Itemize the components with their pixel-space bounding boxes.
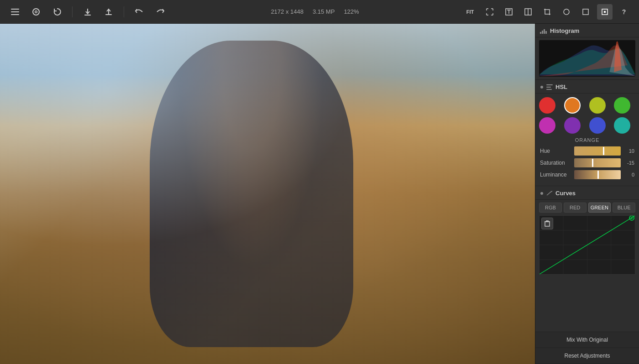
svg-point-24 bbox=[540, 192, 543, 195]
tab-green[interactable]: GREEN bbox=[588, 203, 611, 213]
swatch-orange[interactable] bbox=[564, 97, 581, 114]
swatch-blue[interactable] bbox=[589, 117, 606, 134]
divider-2 bbox=[124, 6, 124, 17]
svg-rect-22 bbox=[546, 87, 551, 88]
image-megapixels: 3.15 MP bbox=[313, 8, 335, 15]
hsl-section: ORANGE Hue 10 Saturation -15 Luminance bbox=[535, 94, 639, 186]
right-panel: Histogram bbox=[535, 24, 639, 364]
color-swatches-grid bbox=[539, 97, 635, 134]
svg-rect-12 bbox=[583, 9, 588, 15]
curves-header: Curves bbox=[535, 186, 639, 200]
image-dimensions: 2172 x 1448 bbox=[271, 8, 304, 15]
image-zoom: 122% bbox=[344, 8, 359, 15]
svg-rect-21 bbox=[546, 84, 553, 85]
saturation-slider[interactable] bbox=[574, 158, 621, 167]
swatch-red[interactable] bbox=[539, 97, 555, 114]
luminance-label: Luminance bbox=[540, 172, 574, 178]
luminance-value: 0 bbox=[621, 172, 634, 177]
svg-rect-6 bbox=[84, 15, 91, 16]
toolbar-left bbox=[7, 4, 168, 20]
toolbar: 2172 x 1448 3.15 MP 122% FIT ? bbox=[0, 0, 639, 24]
svg-point-20 bbox=[540, 86, 543, 88]
svg-rect-16 bbox=[542, 31, 543, 34]
hsl-bars-icon bbox=[546, 84, 553, 90]
tab-blue[interactable]: BLUE bbox=[613, 203, 635, 213]
main-content: Histogram bbox=[0, 24, 639, 364]
histogram-title: Histogram bbox=[550, 27, 579, 34]
saturation-slider-row: Saturation -15 bbox=[539, 158, 635, 167]
svg-rect-17 bbox=[544, 29, 545, 34]
svg-point-36 bbox=[631, 217, 633, 219]
text-tool-button[interactable] bbox=[501, 4, 517, 20]
share-button[interactable] bbox=[101, 4, 116, 20]
crop-button[interactable] bbox=[539, 4, 555, 20]
swatch-magenta[interactable] bbox=[539, 117, 555, 134]
tab-rgb[interactable]: RGB bbox=[539, 203, 562, 213]
svg-rect-1 bbox=[11, 11, 19, 12]
svg-rect-7 bbox=[105, 14, 112, 15]
hsl-header: HSL bbox=[535, 80, 639, 94]
svg-rect-2 bbox=[11, 14, 19, 15]
redo-button[interactable] bbox=[152, 4, 168, 20]
hsl-collapse-dot[interactable] bbox=[540, 85, 544, 89]
svg-point-5 bbox=[36, 11, 37, 12]
hue-slider-row: Hue 10 bbox=[539, 146, 635, 156]
curves-tabs: RGB RED GREEN BLUE bbox=[535, 200, 639, 215]
curves-title: Curves bbox=[555, 190, 576, 197]
curves-icon bbox=[546, 191, 553, 196]
svg-rect-15 bbox=[540, 32, 541, 34]
selected-color-label: ORANGE bbox=[539, 137, 635, 143]
tab-red[interactable]: RED bbox=[564, 203, 587, 213]
curves-graph[interactable] bbox=[539, 215, 635, 275]
toolbar-right: FIT ? bbox=[462, 4, 632, 20]
swatch-purple[interactable] bbox=[564, 117, 581, 134]
histogram-icon bbox=[540, 28, 547, 34]
curves-section: RGB RED GREEN BLUE bbox=[535, 200, 639, 330]
rect-tool-button[interactable] bbox=[578, 4, 593, 20]
svg-rect-23 bbox=[546, 89, 552, 90]
svg-rect-0 bbox=[11, 9, 19, 10]
hue-slider[interactable] bbox=[574, 146, 621, 156]
svg-rect-14 bbox=[604, 11, 606, 13]
histogram-header: Histogram bbox=[535, 24, 639, 37]
svg-rect-25 bbox=[545, 222, 550, 226]
swatch-green[interactable] bbox=[614, 97, 630, 114]
history-button[interactable] bbox=[49, 4, 65, 20]
image-area bbox=[0, 24, 535, 364]
fit-button[interactable]: FIT bbox=[462, 4, 478, 20]
divider-1 bbox=[72, 6, 73, 17]
curves-collapse-dot[interactable] bbox=[540, 192, 544, 195]
photo-subject bbox=[150, 41, 353, 347]
hue-label: Hue bbox=[540, 148, 574, 154]
toolbar-center: 2172 x 1448 3.15 MP 122% bbox=[271, 8, 359, 15]
fullscreen-button[interactable] bbox=[482, 4, 498, 20]
compare-button[interactable] bbox=[520, 4, 536, 20]
saturation-label: Saturation bbox=[540, 160, 574, 166]
photo bbox=[0, 24, 535, 364]
reset-adjustments-button[interactable]: Reset Adjustments bbox=[535, 348, 639, 364]
histogram-canvas bbox=[539, 40, 635, 77]
svg-point-11 bbox=[564, 9, 569, 15]
circle-tool-button[interactable] bbox=[559, 4, 574, 20]
select-button[interactable] bbox=[597, 4, 613, 20]
hue-value: 10 bbox=[621, 148, 634, 154]
mix-with-original-button[interactable]: Mix With Original bbox=[535, 332, 639, 348]
sync-button[interactable] bbox=[28, 4, 44, 20]
histogram-container bbox=[535, 37, 639, 80]
luminance-slider-row: Luminance 0 bbox=[539, 170, 635, 179]
swatch-yellow[interactable] bbox=[589, 97, 606, 114]
download-button[interactable] bbox=[80, 4, 95, 20]
bottom-buttons: Mix With Original Reset Adjustments bbox=[535, 332, 639, 364]
menu-button[interactable] bbox=[7, 4, 23, 20]
hsl-title: HSL bbox=[555, 83, 567, 90]
help-button[interactable]: ? bbox=[616, 4, 632, 20]
luminance-slider[interactable] bbox=[574, 170, 621, 179]
saturation-value: -15 bbox=[621, 160, 634, 166]
svg-rect-18 bbox=[545, 31, 547, 34]
swatch-teal[interactable] bbox=[614, 117, 630, 134]
undo-button[interactable] bbox=[131, 4, 147, 20]
delete-curve-button[interactable] bbox=[541, 218, 553, 229]
